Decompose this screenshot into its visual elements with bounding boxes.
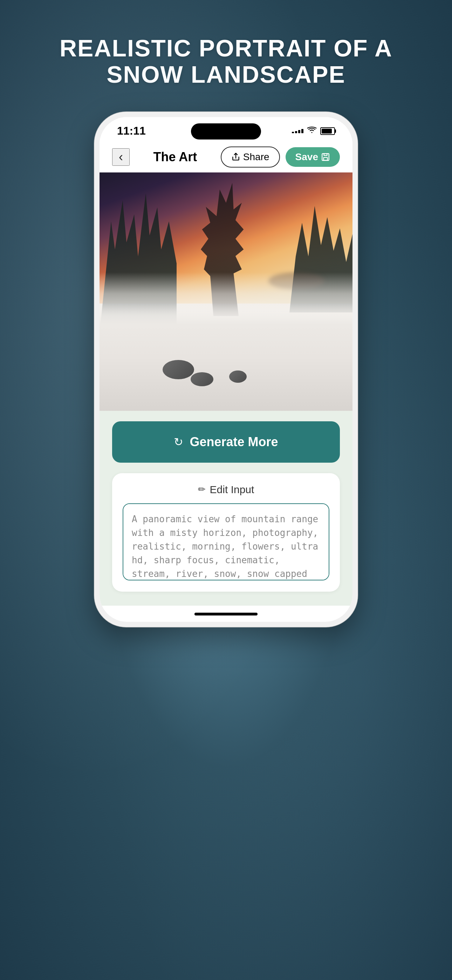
generate-icon: ↻ <box>174 435 183 449</box>
edit-input[interactable] <box>123 503 329 581</box>
edit-header: ✏ Edit Input <box>123 484 329 496</box>
app-content: ↻ Generate More ✏ Edit Input <box>100 411 352 606</box>
phone-frame: 11:11 <box>95 112 357 627</box>
wifi-icon <box>307 127 317 136</box>
phone-inner: 11:11 <box>100 117 352 622</box>
generate-label: Generate More <box>189 434 278 449</box>
signal-dots <box>292 129 304 133</box>
generate-more-button[interactable]: ↻ Generate More <box>112 421 340 463</box>
edit-section: ✏ Edit Input <box>112 473 340 592</box>
rock-1 <box>162 360 194 379</box>
share-button[interactable]: Share <box>221 146 280 167</box>
signal-dot-4 <box>301 129 304 133</box>
home-indicator <box>194 612 258 616</box>
rock-2 <box>191 372 213 386</box>
nav-title: The Art <box>153 150 197 164</box>
share-icon <box>231 153 240 162</box>
battery-fill <box>321 129 332 134</box>
snow-foreground <box>100 304 352 411</box>
back-chevron-icon: ‹ <box>119 150 123 164</box>
signal-dot-3 <box>298 130 300 133</box>
status-time: 11:11 <box>117 124 146 137</box>
page-title: REALISTIC PORTRAIT OF ASNOW LANDSCAPE <box>32 35 420 88</box>
signal-dot-1 <box>292 132 294 133</box>
back-button[interactable]: ‹ <box>112 148 130 166</box>
edit-icon: ✏ <box>198 484 206 495</box>
save-icon <box>321 153 330 162</box>
save-label: Save <box>295 151 318 162</box>
generated-image <box>100 172 352 411</box>
nav-bar: ‹ The Art Share Save <box>100 142 352 172</box>
share-label: Share <box>243 151 269 162</box>
dynamic-island <box>191 123 261 140</box>
nav-actions: Share Save <box>221 146 340 167</box>
battery-icon <box>320 127 335 135</box>
edit-header-label: Edit Input <box>210 484 255 496</box>
svg-rect-2 <box>324 158 328 161</box>
signal-dot-2 <box>295 131 297 133</box>
save-button[interactable]: Save <box>286 147 340 167</box>
rock-3 <box>229 371 247 383</box>
status-icons <box>292 127 335 136</box>
status-bar: 11:11 <box>100 117 352 142</box>
